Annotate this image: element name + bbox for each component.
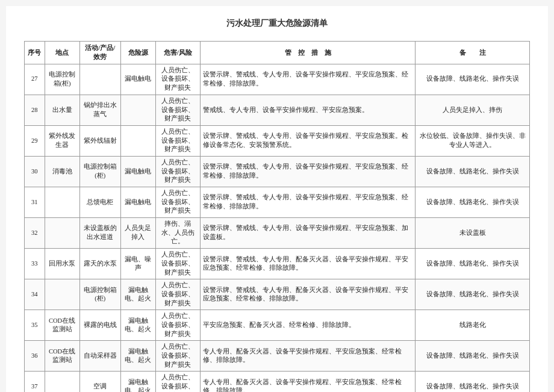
cell-hazard: 漏电触电、起火	[120, 341, 155, 372]
col-header-measures: 管 控 措 施	[200, 42, 416, 64]
cell-notes: 线路老化	[416, 310, 530, 341]
cell-id: 33	[25, 249, 45, 279]
cell-measures: 设警示牌、警戒线、专人专用、配备灭火器、设备平安操作规程、平安应急预案、经常检修…	[200, 279, 416, 310]
hazard-table: 序号 地点 活动/产品/效劳 危险源 危害/风险 管 控 措 施 备 注 27电…	[24, 41, 530, 392]
page: 污水处理厂重大危险源清单 序号 地点 活动/产品/效劳 危险源 危害/风险 管 …	[6, 6, 548, 392]
cell-notes: 人员失足掉入、摔伤	[416, 95, 530, 125]
cell-risk: 人员伤亡、设备损坏、财产损失	[155, 95, 200, 125]
cell-notes: 未设盖板	[416, 218, 530, 249]
cell-id: 30	[25, 156, 45, 187]
cell-location	[45, 187, 79, 218]
cell-notes: 设备故障、线路老化、操作失误	[416, 64, 530, 95]
cell-risk: 人员伤亡、设备损坏、财产损失	[155, 187, 200, 218]
col-header-notes: 备 注	[416, 42, 530, 64]
col-header-location: 地点	[45, 42, 79, 64]
cell-risk: 摔伤、溺水、人员伤亡。	[155, 218, 200, 249]
cell-measures: 设警示牌、警戒线、专人专用、设备平安操作规程、平安应急预案、经常检修、排除故障。	[200, 156, 416, 187]
cell-id: 31	[25, 187, 45, 218]
cell-measures: 专人专用、配备灭火器、设备平安操作规程、平安应急预案、经常检修、排除故障。	[200, 341, 416, 372]
table-row: 36COD在线监测站自动采样器漏电触电、起火人员伤亡、设备损坏、财产损失专人专用…	[25, 341, 530, 372]
cell-activity: 自动采样器	[79, 341, 120, 372]
cell-hazard: 漏电触电、起火	[120, 279, 155, 310]
cell-risk: 人员伤亡、设备损坏、财产损失	[155, 279, 200, 310]
cell-risk: 人员伤亡、设备损坏、财产损失	[155, 125, 200, 156]
cell-location: 紫外线发生器	[45, 125, 79, 156]
cell-hazard: 漏电触电、起火	[120, 372, 155, 392]
cell-risk: 人员伤亡、设备损坏、财产损失	[155, 64, 200, 95]
cell-notes: 设备故障、线路老化、操作失误	[416, 187, 530, 218]
cell-hazard: 漏电、噪声	[120, 249, 155, 279]
col-header-id: 序号	[25, 42, 45, 64]
cell-measures: 平安应急预案、配备灭火器、经常检修、排除故障。	[200, 310, 416, 341]
table-body: 27电源控制箱(柜)漏电触电人员伤亡、设备损坏、财产损失设警示牌、警戒线、专人专…	[25, 64, 530, 392]
cell-activity: 锅炉排出水蒸气	[79, 95, 120, 125]
cell-id: 32	[25, 218, 45, 249]
cell-location: 消毒池	[45, 156, 79, 187]
cell-measures: 设警示牌、警戒线、专人专用、设备平安操作规程、平安应急预案、经常检修、排除故障。	[200, 64, 416, 95]
cell-location: 出水量	[45, 95, 79, 125]
cell-activity: 总馈电柜	[79, 187, 120, 218]
cell-location	[45, 218, 79, 249]
cell-location	[45, 279, 79, 310]
cell-measures: 设警示牌、警戒线、专人专用、设备平安操作规程、平安应急预案、加设盖板。	[200, 218, 416, 249]
cell-activity	[79, 64, 120, 95]
cell-hazard	[120, 95, 155, 125]
cell-measures: 设警示牌、警戒线、专人专用、设备平安操作规程、平安应急预案。检修设备常态化、安装…	[200, 125, 416, 156]
table-row: 37空调漏电触电、起火人员伤亡、设备损坏、财产损失专人专用、配备灭火器、设备平安…	[25, 372, 530, 392]
table-header-row: 序号 地点 活动/产品/效劳 危险源 危害/风险 管 控 措 施 备 注	[25, 42, 530, 64]
cell-location: COD在线监测站	[45, 341, 79, 372]
cell-activity: 电源控制箱(柜)	[79, 279, 120, 310]
cell-activity: 裸露的电线	[79, 310, 120, 341]
cell-activity: 紫外线辐射	[79, 125, 120, 156]
table-row: 28出水量锅炉排出水蒸气人员伤亡、设备损坏、财产损失警戒线、专人专用、设备平安操…	[25, 95, 530, 125]
cell-id: 35	[25, 310, 45, 341]
cell-location	[45, 372, 79, 392]
cell-notes: 设备故障、线路老化、操作失误	[416, 372, 530, 392]
cell-measures: 专人专用、配备灭火器、设备平安操作规程、平安应急预案、经常检修、排除故障。	[200, 372, 416, 392]
cell-location: COD在线监测站	[45, 310, 79, 341]
table-row: 31总馈电柜漏电触电人员伤亡、设备损坏、财产损失设警示牌、警戒线、专人专用、设备…	[25, 187, 530, 218]
cell-location: 回用水泵	[45, 249, 79, 279]
col-header-risk: 危害/风险	[155, 42, 200, 64]
cell-id: 34	[25, 279, 45, 310]
table-row: 27电源控制箱(柜)漏电触电人员伤亡、设备损坏、财产损失设警示牌、警戒线、专人专…	[25, 64, 530, 95]
col-header-hazard: 危险源	[120, 42, 155, 64]
cell-risk: 人员伤亡、设备损坏、财产损失	[155, 341, 200, 372]
table-row: 34电源控制箱(柜)漏电触电、起火人员伤亡、设备损坏、财产损失设警示牌、警戒线、…	[25, 279, 530, 310]
table-row: 30消毒池电源控制箱(柜)漏电触电人员伤亡、设备损坏、财产损失设警示牌、警戒线、…	[25, 156, 530, 187]
cell-hazard: 漏电触电	[120, 187, 155, 218]
cell-risk: 人员伤亡、设备损坏、财产损失	[155, 310, 200, 341]
cell-measures: 设警示牌、警戒线、专人专用、设备平安操作规程、平安应急预案、经常检修、排除故障。	[200, 187, 416, 218]
cell-hazard: 漏电触电	[120, 156, 155, 187]
cell-notes: 设备故障、线路老化、操作失误	[416, 156, 530, 187]
table-row: 29紫外线发生器紫外线辐射人员伤亡、设备损坏、财产损失设警示牌、警戒线、专人专用…	[25, 125, 530, 156]
cell-activity: 电源控制箱(柜)	[79, 156, 120, 187]
cell-notes: 水位较低、设备故障、操作失误、非专业人等进入。	[416, 125, 530, 156]
cell-risk: 人员伤亡、设备损坏、财产损失	[155, 372, 200, 392]
table-row: 33回用水泵露天的水泵漏电、噪声人员伤亡、设备损坏、财产损失设警示牌、警戒线、专…	[25, 249, 530, 279]
cell-activity: 未设盖板的出水巡道	[79, 218, 120, 249]
page-title: 污水处理厂重大危险源清单	[24, 18, 530, 29]
cell-id: 36	[25, 341, 45, 372]
cell-id: 29	[25, 125, 45, 156]
cell-hazard: 漏电触电、起火	[120, 310, 155, 341]
cell-measures: 设警示牌、警戒线、专人专用、配备灭火器、设备平安操作规程、平安应急预案、经常检修…	[200, 249, 416, 279]
cell-activity: 空调	[79, 372, 120, 392]
cell-location: 电源控制箱(柜)	[45, 64, 79, 95]
cell-measures: 警戒线、专人专用、设备平安操作规程、平安应急预案。	[200, 95, 416, 125]
cell-hazard: 漏电触电	[120, 64, 155, 95]
cell-activity: 露天的水泵	[79, 249, 120, 279]
col-header-activity: 活动/产品/效劳	[79, 42, 120, 64]
cell-hazard	[120, 125, 155, 156]
cell-notes: 设备故障、线路老化、操作失误	[416, 249, 530, 279]
cell-hazard: 人员失足掉入	[120, 218, 155, 249]
table-row: 35COD在线监测站裸露的电线漏电触电、起火人员伤亡、设备损坏、财产损失平安应急…	[25, 310, 530, 341]
table-row: 32未设盖板的出水巡道人员失足掉入摔伤、溺水、人员伤亡。设警示牌、警戒线、专人专…	[25, 218, 530, 249]
cell-risk: 人员伤亡、设备损坏、财产损失	[155, 156, 200, 187]
cell-id: 28	[25, 95, 45, 125]
cell-notes: 设备故障、线路老化、操作失误	[416, 279, 530, 310]
cell-id: 27	[25, 64, 45, 95]
cell-notes: 设备故障、线路老化、操作失误	[416, 341, 530, 372]
cell-risk: 人员伤亡、设备损坏、财产损失	[155, 249, 200, 279]
cell-id: 37	[25, 372, 45, 392]
